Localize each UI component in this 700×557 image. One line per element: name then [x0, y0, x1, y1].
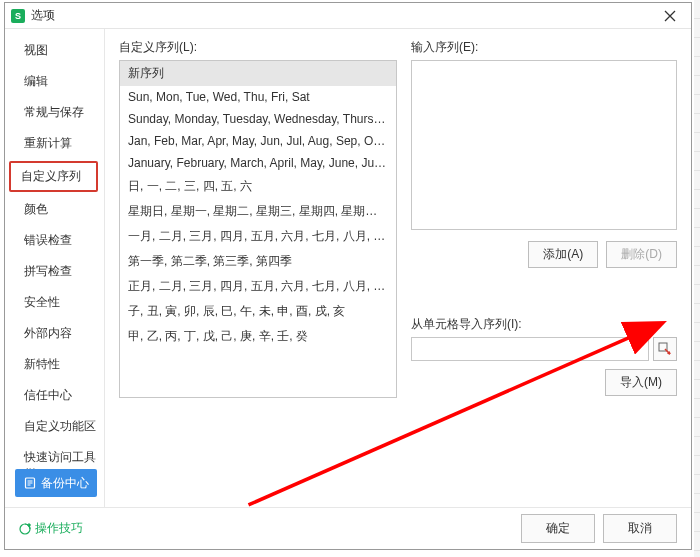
dialog-body: 视图编辑常规与保存重新计算自定义序列颜色错误检查拼写检查安全性外部内容新特性信任… — [5, 29, 691, 507]
list-item[interactable]: 甲, 乙, 丙, 丁, 戊, 己, 庚, 辛, 壬, 癸 — [120, 324, 396, 349]
sidebar-item[interactable]: 视图 — [5, 35, 104, 66]
spreadsheet-edge — [694, 0, 700, 557]
dialog-footer: 操作技巧 确定 取消 — [5, 507, 691, 549]
sidebar-item[interactable]: 信任中心 — [5, 380, 104, 411]
list-item[interactable]: Sun, Mon, Tue, Wed, Thu, Fri, Sat — [120, 86, 396, 108]
list-item[interactable]: Sunday, Monday, Tuesday, Wednesday, Thur… — [120, 108, 396, 130]
backup-label: 备份中心 — [41, 475, 89, 492]
ok-button[interactable]: 确定 — [521, 514, 595, 543]
custom-list-column: 自定义序列(L): 新序列Sun, Mon, Tue, Wed, Thu, Fr… — [119, 39, 397, 398]
dialog-titlebar: S 选项 — [5, 3, 691, 29]
input-column: 输入序列(E): 添加(A) 删除(D) 从单元格导入序列(I): — [411, 39, 677, 396]
import-section: 从单元格导入序列(I): 导入(M) — [411, 316, 677, 396]
options-dialog: S 选项 视图编辑常规与保存重新计算自定义序列颜色错误检查拼写检查安全性外部内容… — [4, 2, 692, 550]
range-select-icon — [658, 342, 672, 356]
import-label: 从单元格导入序列(I): — [411, 316, 677, 333]
sidebar-item[interactable]: 安全性 — [5, 287, 104, 318]
tips-link[interactable]: 操作技巧 — [19, 520, 83, 537]
custom-list-label: 自定义序列(L): — [119, 39, 397, 56]
custom-list-box[interactable]: 新序列Sun, Mon, Tue, Wed, Thu, Fri, SatSund… — [119, 60, 397, 398]
sidebar-item[interactable]: 自定义序列 — [9, 161, 98, 192]
sidebar-item[interactable]: 外部内容 — [5, 318, 104, 349]
add-delete-row: 添加(A) 删除(D) — [411, 241, 677, 268]
sidebar-item[interactable]: 常规与保存 — [5, 97, 104, 128]
backup-center-button[interactable]: 备份中心 — [15, 469, 97, 497]
sidebar-item[interactable]: 颜色 — [5, 194, 104, 225]
sidebar-item[interactable]: 拼写检查 — [5, 256, 104, 287]
import-input-row — [411, 337, 677, 361]
input-list-label: 输入序列(E): — [411, 39, 677, 56]
list-item[interactable]: 正月, 二月, 三月, 四月, 五月, 六月, 七月, 八月, 九月, 十月, … — [120, 274, 396, 299]
input-sequence-textarea[interactable] — [411, 60, 677, 230]
list-item[interactable]: 子, 丑, 寅, 卯, 辰, 巳, 午, 未, 申, 酉, 戌, 亥 — [120, 299, 396, 324]
list-item[interactable]: 一月, 二月, 三月, 四月, 五月, 六月, 七月, 八月, 九月, 十月, … — [120, 224, 396, 249]
close-icon — [664, 10, 676, 22]
list-item[interactable]: Jan, Feb, Mar, Apr, May, Jun, Jul, Aug, … — [120, 130, 396, 152]
app-icon: S — [11, 9, 25, 23]
tips-icon — [19, 523, 31, 535]
delete-button[interactable]: 删除(D) — [606, 241, 677, 268]
list-item[interactable]: 星期日, 星期一, 星期二, 星期三, 星期四, 星期五, 星期六 — [120, 199, 396, 224]
sidebar-item[interactable]: 新特性 — [5, 349, 104, 380]
sidebar-item[interactable]: 重新计算 — [5, 128, 104, 159]
import-button[interactable]: 导入(M) — [605, 369, 677, 396]
range-select-button[interactable] — [653, 337, 677, 361]
import-button-row: 导入(M) — [411, 369, 677, 396]
list-item[interactable]: 日, 一, 二, 三, 四, 五, 六 — [120, 174, 396, 199]
sidebar: 视图编辑常规与保存重新计算自定义序列颜色错误检查拼写检查安全性外部内容新特性信任… — [5, 29, 105, 507]
list-item[interactable]: January, February, March, April, May, Ju… — [120, 152, 396, 174]
add-button[interactable]: 添加(A) — [528, 241, 598, 268]
dialog-title: 选项 — [31, 7, 653, 24]
list-item[interactable]: 新序列 — [120, 61, 396, 86]
sidebar-item[interactable]: 编辑 — [5, 66, 104, 97]
content-panel: 自定义序列(L): 新序列Sun, Mon, Tue, Wed, Thu, Fr… — [105, 29, 691, 507]
sidebar-item[interactable]: 错误检查 — [5, 225, 104, 256]
tips-label: 操作技巧 — [35, 520, 83, 537]
cancel-button[interactable]: 取消 — [603, 514, 677, 543]
list-item[interactable]: 第一季, 第二季, 第三季, 第四季 — [120, 249, 396, 274]
app-icon-letter: S — [15, 11, 21, 21]
sidebar-item[interactable]: 自定义功能区 — [5, 411, 104, 442]
sidebar-items: 视图编辑常规与保存重新计算自定义序列颜色错误检查拼写检查安全性外部内容新特性信任… — [5, 35, 104, 490]
import-range-input[interactable] — [411, 337, 649, 361]
backup-icon — [24, 477, 36, 489]
close-button[interactable] — [653, 4, 687, 28]
